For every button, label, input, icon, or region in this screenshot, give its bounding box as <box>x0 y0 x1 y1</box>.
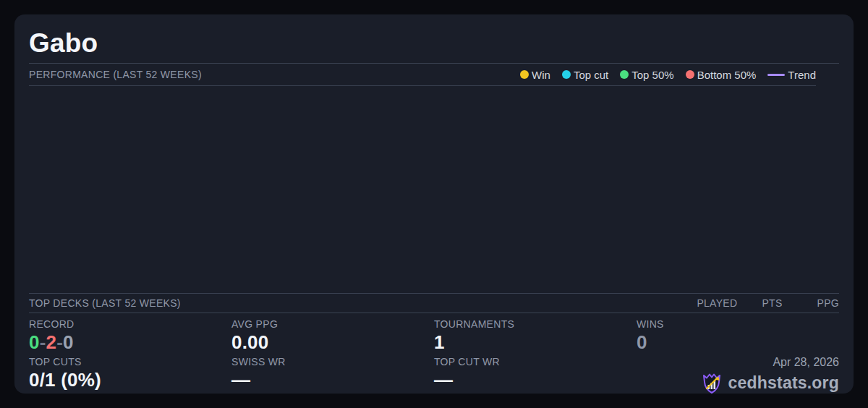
page-background: { "page": { "title": "Gabo" }, "performa… <box>0 0 868 408</box>
stat-avg-ppg: AVG PPG 0.00 <box>231 318 434 356</box>
trend-line-icon <box>767 74 785 76</box>
stat-label: SWISS WR <box>231 356 434 367</box>
stat-label: TOURNAMENTS <box>434 318 637 330</box>
performance-header: PERFORMANCE (LAST 52 WEEKS) Win Top cut … <box>29 64 816 86</box>
legend-label: Top cut <box>574 69 608 81</box>
tournaments-value: 1 <box>434 331 637 353</box>
stat-wins: WINS 0 <box>637 318 839 356</box>
win-dot-icon <box>520 70 529 79</box>
legend-label: Win <box>532 69 550 81</box>
bottom-50-dot-icon <box>686 70 694 79</box>
brand-name: cedhstats.org <box>728 373 839 393</box>
top-decks-header: TOP DECKS (LAST 52 WEEKS) PLAYED PTS PPG <box>29 293 839 313</box>
stat-tournaments: TOURNAMENTS 1 <box>434 318 637 356</box>
performance-chart-empty <box>29 86 839 293</box>
brand-row[interactable]: cedhstats.org <box>701 371 839 394</box>
record-separator: - <box>56 331 63 353</box>
top-cut-wr-value: — <box>434 369 637 391</box>
legend-item-trend[interactable]: Trend <box>767 69 816 81</box>
page-title: Gabo <box>29 27 839 59</box>
record-draws: 0 <box>63 331 74 353</box>
legend-item-top-cut[interactable]: Top cut <box>562 69 608 81</box>
stat-label: AVG PPG <box>231 318 434 330</box>
player-stats-card: Gabo PERFORMANCE (LAST 52 WEEKS) Win Top… <box>14 14 854 394</box>
avg-ppg-value: 0.00 <box>231 331 434 353</box>
record-losses: 2 <box>46 331 57 353</box>
wins-value: 0 <box>637 331 839 353</box>
stat-record: RECORD 0-2-0 <box>29 318 231 356</box>
top-cuts-value: 0/1 (0%) <box>29 369 231 391</box>
stat-top-cut-wr: TOP CUT WR — <box>434 356 637 394</box>
stat-swiss-wr: SWISS WR — <box>231 356 434 394</box>
legend-label: Bottom 50% <box>697 69 757 81</box>
performance-heading: PERFORMANCE (LAST 52 WEEKS) <box>29 69 202 80</box>
top-decks-heading: TOP DECKS (LAST 52 WEEKS) <box>29 297 181 309</box>
stats-grid: RECORD 0-2-0 AVG PPG 0.00 TOURNAMENTS 1 … <box>29 313 839 394</box>
column-header-pts: PTS <box>762 297 782 309</box>
record-value: 0-2-0 <box>29 331 231 353</box>
top-cut-dot-icon <box>562 70 571 79</box>
legend-label: Top 50% <box>631 69 673 81</box>
stat-label: TOP CUTS <box>29 356 231 367</box>
legend-item-win[interactable]: Win <box>520 69 550 81</box>
report-date: Apr 28, 2026 <box>773 356 839 368</box>
top-decks-column-headers: PLAYED PTS PPG <box>697 297 839 309</box>
top-50-dot-icon <box>620 70 629 79</box>
branding-block: Apr 28, 2026 cedhstats.org <box>637 356 839 394</box>
stat-top-cuts: TOP CUTS 0/1 (0%) <box>29 356 231 394</box>
stat-label: WINS <box>637 318 839 330</box>
stat-label: RECORD <box>29 318 231 330</box>
record-wins: 0 <box>29 331 40 353</box>
chart-legend: Win Top cut Top 50% Bottom 50% Trend <box>520 69 816 81</box>
record-separator: - <box>40 331 46 353</box>
column-header-ppg: PPG <box>817 297 839 309</box>
legend-item-top-50[interactable]: Top 50% <box>620 69 673 81</box>
cedhstats-shield-logo-icon <box>701 371 723 394</box>
legend-item-bottom-50[interactable]: Bottom 50% <box>686 69 757 81</box>
column-header-played: PLAYED <box>697 297 737 309</box>
swiss-wr-value: — <box>231 369 434 391</box>
stat-label: TOP CUT WR <box>434 356 637 367</box>
legend-label: Trend <box>788 69 816 81</box>
